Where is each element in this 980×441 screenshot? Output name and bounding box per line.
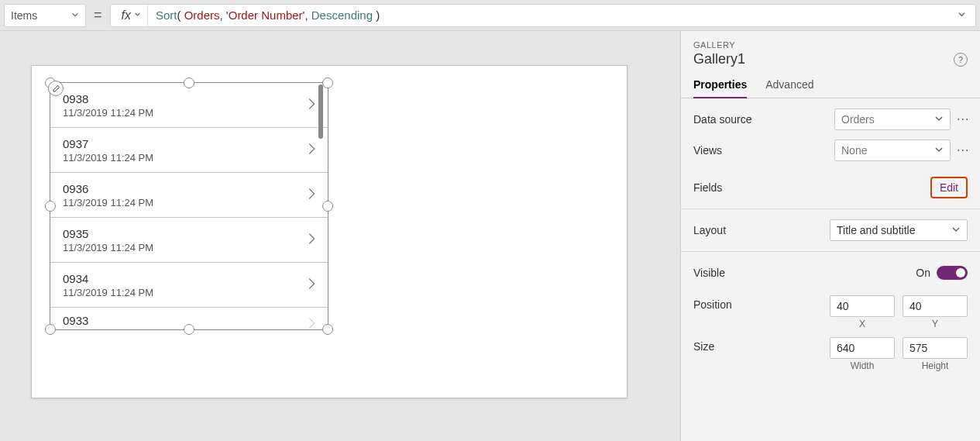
item-title: 0935 — [63, 227, 153, 240]
position-label: Position — [693, 295, 732, 311]
views-dropdown[interactable]: None — [834, 140, 951, 161]
selection-handle[interactable] — [184, 78, 194, 88]
list-item[interactable]: 0938 11/3/2019 11:24 PM — [50, 83, 328, 128]
chevron-right-icon[interactable] — [303, 95, 320, 115]
gallery-list[interactable]: 0938 11/3/2019 11:24 PM 0937 11/3/2019 1… — [50, 83, 328, 329]
visible-label: Visible — [693, 267, 725, 279]
equals-sign: = — [91, 7, 105, 23]
chevron-right-icon[interactable] — [303, 140, 320, 160]
item-title: 0934 — [63, 272, 153, 285]
list-item[interactable]: 0937 11/3/2019 11:24 PM — [50, 128, 328, 173]
size-height-sublabel: Height — [922, 360, 949, 371]
selection-handle[interactable] — [322, 324, 333, 335]
position-x-input[interactable] — [830, 295, 895, 317]
position-x-sublabel: X — [859, 319, 865, 329]
chevron-right-icon[interactable] — [303, 315, 320, 329]
control-kind-label: GALLERY — [693, 40, 968, 50]
more-icon[interactable]: ··· — [957, 112, 968, 126]
list-item[interactable]: 0935 11/3/2019 11:24 PM — [50, 218, 328, 263]
selection-handle[interactable] — [45, 201, 56, 212]
chevron-down-icon — [934, 144, 944, 157]
item-subtitle: 11/3/2019 11:24 PM — [63, 107, 153, 119]
selection-handle[interactable] — [45, 324, 56, 335]
chevron-down-icon — [134, 11, 141, 19]
visible-state: On — [916, 267, 930, 279]
properties-panel: GALLERY Gallery1 ? Properties Advanced D… — [680, 31, 980, 441]
edit-template-icon[interactable] — [48, 81, 64, 96]
data-source-dropdown[interactable]: Orders — [834, 109, 951, 130]
list-item[interactable]: 0934 11/3/2019 11:24 PM — [50, 263, 328, 308]
canvas-area[interactable]: 0938 11/3/2019 11:24 PM 0937 11/3/2019 1… — [0, 31, 680, 441]
item-subtitle: 11/3/2019 11:24 PM — [63, 242, 153, 253]
item-title: 0937 — [63, 137, 153, 150]
views-label: Views — [693, 144, 722, 157]
item-title: 0938 — [63, 92, 153, 105]
chevron-down-icon — [951, 224, 961, 236]
help-icon[interactable]: ? — [954, 53, 968, 67]
item-title: 0933 — [63, 314, 88, 327]
formula-text[interactable]: Sort( Orders, 'Order Number', Descending… — [148, 9, 948, 22]
selection-handle[interactable] — [322, 201, 333, 212]
property-dropdown[interactable]: Items — [4, 4, 86, 27]
expand-formula-icon[interactable] — [948, 10, 975, 20]
fx-label[interactable]: fx — [111, 5, 148, 26]
size-height-input[interactable] — [903, 337, 968, 359]
size-label: Size — [693, 337, 714, 353]
edit-fields-button[interactable]: Edit — [930, 177, 968, 198]
tab-advanced[interactable]: Advanced — [765, 78, 813, 98]
chevron-right-icon[interactable] — [303, 230, 320, 250]
fields-label: Fields — [693, 181, 722, 194]
selection-handle[interactable] — [184, 324, 194, 335]
app-canvas[interactable]: 0938 11/3/2019 11:24 PM 0937 11/3/2019 1… — [31, 65, 628, 398]
size-width-sublabel: Width — [851, 360, 875, 371]
formula-input[interactable]: fx Sort( Orders, 'Order Number', Descend… — [110, 4, 976, 27]
position-y-input[interactable] — [903, 295, 968, 317]
size-width-input[interactable] — [830, 337, 895, 359]
chevron-down-icon — [934, 113, 944, 126]
item-subtitle: 11/3/2019 11:24 PM — [63, 152, 153, 164]
scrollbar-thumb[interactable] — [318, 84, 323, 139]
item-subtitle: 11/3/2019 11:24 PM — [63, 197, 153, 208]
item-subtitle: 11/3/2019 11:24 PM — [63, 287, 153, 298]
layout-dropdown[interactable]: Title and subtitle — [830, 219, 968, 241]
panel-tabs: Properties Advanced — [681, 78, 980, 98]
chevron-right-icon[interactable] — [303, 185, 320, 205]
data-source-label: Data source — [693, 113, 751, 126]
selection-handle[interactable] — [322, 78, 333, 88]
tab-properties[interactable]: Properties — [693, 78, 747, 98]
visible-toggle[interactable] — [937, 266, 968, 280]
more-icon[interactable]: ··· — [957, 143, 968, 157]
gallery-control[interactable]: 0938 11/3/2019 11:24 PM 0937 11/3/2019 1… — [50, 82, 328, 330]
chevron-down-icon — [71, 11, 79, 20]
chevron-right-icon[interactable] — [303, 275, 320, 295]
layout-label: Layout — [693, 224, 726, 236]
item-title: 0936 — [63, 182, 153, 195]
formula-bar: Items = fx Sort( Orders, 'Order Number',… — [0, 0, 980, 31]
property-dropdown-value: Items — [11, 9, 37, 22]
control-name[interactable]: Gallery1 — [693, 51, 745, 67]
list-item[interactable]: 0936 11/3/2019 11:24 PM — [50, 173, 328, 218]
position-y-sublabel: Y — [932, 319, 938, 329]
